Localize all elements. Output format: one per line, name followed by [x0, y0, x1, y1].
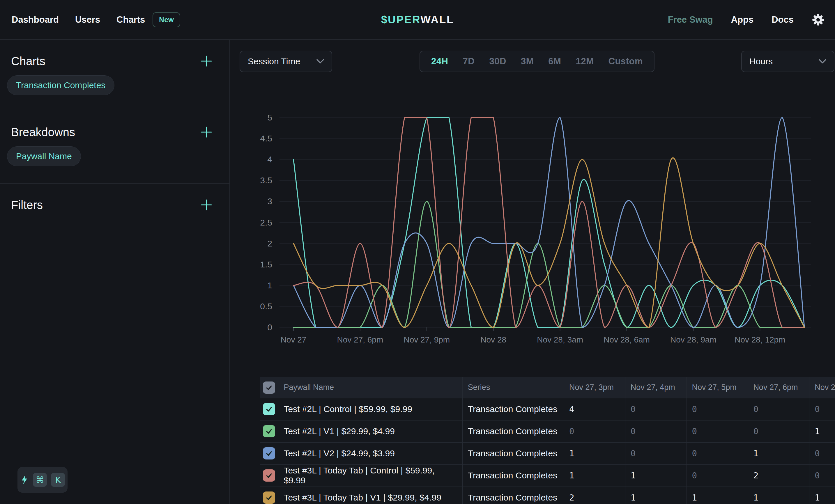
settings-gear-icon[interactable] — [812, 14, 824, 26]
cmd-key: ⌘ — [33, 473, 47, 487]
x-axis-label: Nov 28, 6am — [604, 335, 650, 344]
range-tab-30d[interactable]: 30D — [489, 56, 506, 67]
value-cell: 0 — [692, 470, 697, 480]
value-cell: 2 — [569, 492, 574, 503]
value-cell: 1 — [753, 448, 758, 458]
range-tab-6m[interactable]: 6M — [548, 56, 561, 67]
y-axis-label: 4.5 — [260, 133, 272, 143]
series-cell: Transaction Completes — [462, 442, 564, 464]
charts-section-title: Charts — [11, 55, 45, 68]
add-breakdown-button[interactable] — [200, 125, 213, 139]
lightning-bolt-icon — [20, 475, 29, 485]
value-cell: 0 — [569, 426, 574, 436]
value-cell: 1 — [753, 492, 758, 503]
paywall-name-cell: Test #3L | Today Tab | Control | $59.99,… — [278, 464, 462, 486]
value-cell: 0 — [692, 448, 697, 458]
paywall-name-cell: Test #2L | V1 | $29.99, $4.99 — [278, 420, 462, 442]
row-checkbox[interactable] — [263, 491, 275, 504]
breakdowns-section-title: Breakdowns — [11, 126, 75, 139]
range-tab-24h[interactable]: 24H — [431, 56, 448, 67]
column-header-paywall-name: Paywall Name — [278, 377, 462, 398]
x-axis-label: Nov 28, 9am — [670, 335, 716, 344]
range-tab-7d[interactable]: 7D — [463, 56, 475, 67]
x-axis-label: Nov 27, 9pm — [404, 335, 450, 344]
column-header-time-3: Nov 27, 5pm — [687, 377, 748, 398]
series-cell: Transaction Completes — [462, 486, 564, 504]
table-row: Test #3L | Today Tab | Control | $59.99,… — [260, 464, 835, 486]
column-header-time-2: Nov 27, 4pm — [625, 377, 687, 398]
unit-select[interactable]: Hours — [741, 50, 834, 72]
unit-select-value: Hours — [749, 57, 773, 66]
sidebar-section-breakdowns: Breakdowns Paywall Name — [0, 110, 229, 183]
value-cell: 1 — [815, 426, 819, 436]
row-checkbox[interactable] — [263, 447, 275, 460]
value-cell: 1 — [569, 470, 574, 480]
x-axis-label: Nov 28 — [481, 335, 506, 344]
value-cell: 0 — [631, 404, 635, 414]
add-filter-button[interactable] — [200, 198, 213, 212]
value-cell: 1 — [692, 492, 697, 503]
value-cell: 2 — [753, 470, 758, 480]
range-tab-custom[interactable]: Custom — [609, 56, 643, 67]
nav-item-apps[interactable]: Apps — [731, 15, 754, 25]
row-checkbox[interactable] — [263, 469, 275, 482]
series-cell: Transaction Completes — [462, 464, 564, 486]
metric-select-value: Session Time — [248, 57, 300, 66]
y-axis-label: 0.5 — [260, 301, 272, 311]
column-header-series: Series — [462, 377, 564, 398]
time-range-group: 24H7D30D3M6M12MCustom — [420, 50, 654, 72]
column-header-time-5: Nov 27, 7pm — [809, 377, 835, 398]
y-axis-label: 3 — [267, 196, 272, 206]
x-axis-label: Nov 28, 3am — [537, 335, 583, 344]
paywall-name-cell: Test #3L | Today Tab | V1 | $29.99, $4.9… — [278, 486, 462, 504]
breakdown-table: Paywall NameSeriesNov 27, 3pmNov 27, 4pm… — [260, 377, 835, 504]
range-tab-12m[interactable]: 12M — [576, 56, 594, 67]
superwall-logo[interactable]: $UPERWALL — [381, 14, 454, 26]
series-cell: Transaction Completes — [462, 398, 564, 420]
table-row: Test #2L | V2 | $24.99, $3.99Transaction… — [260, 442, 835, 464]
row-checkbox[interactable] — [263, 425, 275, 437]
nav-item-users[interactable]: Users — [75, 15, 100, 25]
sidebar-section-charts: Charts Transaction Completes — [0, 40, 229, 110]
row-checkbox[interactable] — [263, 403, 275, 415]
nav-item-dashboard[interactable]: Dashboard — [12, 15, 59, 25]
value-cell: 0 — [815, 404, 819, 414]
breakdown-pill-paywall-name[interactable]: Paywall Name — [7, 146, 81, 166]
value-cell: 0 — [692, 426, 697, 436]
new-badge: New — [152, 12, 180, 27]
value-cell: 0 — [692, 404, 697, 414]
add-chart-button[interactable] — [200, 55, 213, 68]
value-cell: 0 — [631, 448, 635, 458]
value-cell: 0 — [753, 404, 758, 414]
value-cell: 1 — [815, 492, 819, 503]
sidebar-section-filters: Filters — [0, 183, 229, 227]
value-cell: 1 — [569, 448, 574, 458]
sidebar: Charts Transaction Completes Breakdowns … — [0, 40, 230, 504]
series-cell: Transaction Completes — [462, 420, 564, 442]
line-chart[interactable]: 54.543.532.521.510.50Nov 27Nov 27, 6pmNo… — [250, 113, 821, 352]
y-axis-label: 2.5 — [260, 218, 272, 227]
command-palette-shortcut[interactable]: ⌘ K — [18, 467, 67, 492]
chevron-down-icon — [819, 59, 826, 64]
nav-item-docs[interactable]: Docs — [772, 15, 794, 25]
nav-item-free-swag[interactable]: Free Swag — [668, 15, 713, 25]
column-header-time-1: Nov 27, 3pm — [564, 377, 625, 398]
chart-pill-transaction-completes[interactable]: Transaction Completes — [7, 76, 115, 95]
y-axis-label: 2 — [267, 238, 272, 248]
y-axis-label: 3.5 — [260, 175, 272, 185]
metric-select[interactable]: Session Time — [240, 50, 332, 72]
table-row: Test #3L | Today Tab | V1 | $29.99, $4.9… — [260, 486, 835, 504]
nav-right-group: Free Swag Apps Docs — [668, 14, 835, 26]
value-cell: 0 — [815, 448, 819, 458]
nav-charts-group: Charts New — [117, 12, 180, 27]
filters-section-title: Filters — [11, 198, 43, 212]
x-axis-label: Nov 27, 6pm — [337, 335, 383, 344]
logo-rest-text: WALL — [421, 14, 454, 26]
range-tab-3m[interactable]: 3M — [521, 56, 534, 67]
paywall-name-cell: Test #2L | V2 | $24.99, $3.99 — [278, 442, 462, 464]
select-all-checkbox[interactable] — [263, 381, 275, 394]
table-row: Test #2L | Control | $59.99, $9.99Transa… — [260, 398, 835, 420]
value-cell: 0 — [631, 426, 635, 436]
nav-item-charts[interactable]: Charts — [117, 15, 145, 25]
y-axis-label: 1.5 — [260, 259, 272, 269]
